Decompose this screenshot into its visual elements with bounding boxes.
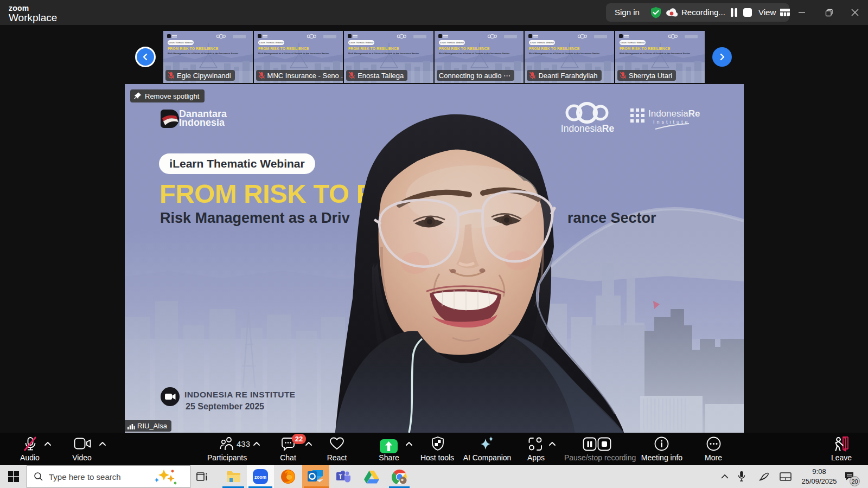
svg-text:Risk Management as a Driver of: Risk Management as a Driver of Growth in… (529, 52, 599, 55)
svg-text:iLearn Thematic Webinar: iLearn Thematic Webinar (349, 41, 374, 44)
svg-text:zoom: zoom (254, 474, 267, 480)
svg-text:FROM RISK TO RESILIENCE: FROM RISK TO RESILIENCE (529, 47, 580, 50)
svg-text:Risk Management as a Driver of: Risk Management as a Driver of Growth in… (258, 52, 329, 55)
svg-text:FROM RISK TO RESILIENCE: FROM RISK TO RESILIENCE (439, 47, 490, 50)
svg-text:FROM RISK TO RESILIENCE: FROM RISK TO RESILIENCE (620, 47, 671, 50)
svg-text:iLearn Thematic Webinar: iLearn Thematic Webinar (440, 41, 464, 44)
svg-text:FROM RISK TO RESILIENCE: FROM RISK TO RESILIENCE (168, 47, 219, 50)
svg-text:Risk Management as a Driver of: Risk Management as a Driver of Growth in… (620, 52, 690, 55)
svg-text:FROM RISK TO RESILIENCE: FROM RISK TO RESILIENCE (348, 47, 399, 50)
svg-text:T: T (339, 474, 342, 480)
svg-text:iLearn Thematic Webinar: iLearn Thematic Webinar (259, 41, 283, 44)
svg-text:Risk Management as a Driver of: Risk Management as a Driver of Growth in… (168, 52, 238, 55)
svg-text:iLearn Thematic Webinar: iLearn Thematic Webinar (621, 41, 645, 44)
svg-text:FROM RISK TO RESILIENCE: FROM RISK TO RESILIENCE (258, 47, 309, 50)
svg-text:Risk Management as a Driver of: Risk Management as a Driver of Growth in… (348, 52, 419, 55)
svg-text:Risk Management as a Driver of: Risk Management as a Driver of Growth in… (439, 52, 509, 55)
svg-text:iLearn Thematic Webinar: iLearn Thematic Webinar (530, 41, 554, 44)
svg-text:iLearn Thematic Webinar: iLearn Thematic Webinar (169, 41, 193, 44)
